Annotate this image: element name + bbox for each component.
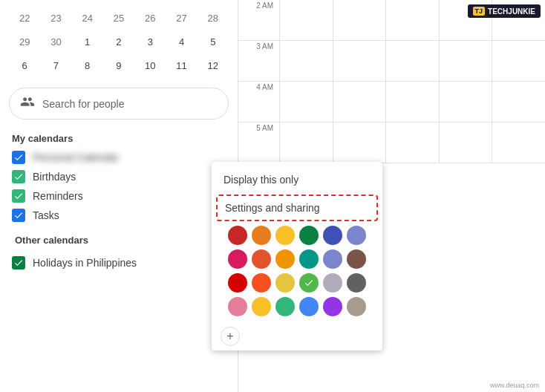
color-option[interactable]	[252, 226, 271, 245]
calendar-day[interactable]: 4	[166, 30, 197, 53]
time-cells	[279, 41, 545, 81]
color-option[interactable]	[323, 226, 342, 245]
color-option[interactable]	[228, 297, 247, 316]
time-cell[interactable]	[439, 122, 492, 163]
time-cell[interactable]	[333, 122, 386, 163]
calendar-day[interactable]: 27	[166, 6, 197, 30]
calendar-day[interactable]: 23	[40, 6, 71, 30]
bottom-watermark: www.deuaq.com	[490, 382, 539, 389]
display-only-menu-item[interactable]: Display this only	[212, 166, 382, 193]
calendar-day[interactable]: 28	[198, 6, 229, 30]
calendar-day[interactable]: 12	[198, 53, 229, 77]
add-custom-color-button[interactable]: +	[221, 327, 240, 346]
calendar-day[interactable]: 8	[72, 53, 103, 77]
my-calendar-item[interactable]: Personal Calendar	[9, 148, 229, 166]
calendar-day[interactable]: 7	[40, 53, 71, 77]
time-label: 4 AM	[238, 82, 279, 122]
color-option[interactable]	[299, 249, 319, 269]
time-cell[interactable]	[492, 41, 545, 81]
calendar-day[interactable]: 30	[40, 30, 71, 53]
time-cells	[279, 122, 545, 163]
other-calendars-title: Other calendars	[12, 235, 88, 246]
color-option[interactable]	[299, 273, 319, 293]
color-option[interactable]	[228, 249, 247, 269]
calendar-day[interactable]: 11	[166, 53, 197, 77]
color-option[interactable]	[252, 273, 271, 293]
color-option[interactable]	[275, 249, 295, 269]
time-cell[interactable]	[385, 82, 439, 122]
sidebar: 222324252627282930123456789101112 Search…	[0, 0, 238, 392]
time-cell[interactable]	[333, 0, 386, 40]
calendar-day[interactable]: 3	[134, 30, 166, 53]
time-cell[interactable]	[333, 82, 386, 122]
other-calendars-header: Other calendars	[9, 226, 229, 254]
time-cell[interactable]	[492, 122, 545, 163]
color-option[interactable]	[252, 297, 271, 316]
color-option[interactable]	[275, 226, 295, 245]
add-color-row: +	[212, 327, 382, 346]
time-cell[interactable]	[279, 41, 333, 81]
calendar-day[interactable]: 9	[103, 53, 134, 77]
color-option[interactable]	[252, 249, 271, 269]
color-option[interactable]	[323, 249, 342, 269]
color-option[interactable]	[275, 297, 295, 316]
search-bar[interactable]: Search for people	[9, 88, 229, 120]
color-option[interactable]	[299, 297, 319, 316]
calendar-day[interactable]: 25	[103, 6, 134, 30]
my-calendar-item[interactable]: Birthdays	[9, 168, 229, 186]
my-calendar-item[interactable]: Reminders	[9, 187, 229, 205]
settings-sharing-menu-item[interactable]: Settings and sharing	[216, 195, 378, 221]
time-cell[interactable]	[439, 41, 492, 81]
time-grid: 2 AM3 AM4 AM5 AM	[238, 0, 545, 163]
time-cell[interactable]	[385, 122, 439, 163]
time-cell[interactable]	[385, 0, 439, 40]
time-row: 4 AM	[238, 82, 545, 122]
mini-calendar: 222324252627282930123456789101112	[0, 0, 238, 80]
color-option[interactable]	[347, 297, 366, 316]
calendar-day[interactable]: 6	[9, 53, 40, 77]
time-row: 3 AM	[238, 41, 545, 82]
tj-logo: TJ	[473, 7, 486, 16]
calendar-day[interactable]: 1	[72, 30, 103, 53]
color-option[interactable]	[323, 297, 342, 316]
calendar-checkbox	[12, 189, 25, 203]
time-cell[interactable]	[279, 82, 333, 122]
other-calendar-item[interactable]: Holidays in Philippines	[9, 254, 229, 272]
my-calendar-item[interactable]: Tasks	[9, 206, 229, 224]
time-label: 5 AM	[238, 122, 279, 163]
calendar-day[interactable]: 22	[9, 6, 40, 30]
color-option[interactable]	[228, 273, 247, 293]
color-picker-row	[221, 226, 373, 245]
time-label: 3 AM	[238, 41, 279, 81]
context-menu: Display this only Settings and sharing +	[212, 162, 382, 350]
calendar-checkbox	[12, 209, 25, 222]
time-cell[interactable]	[385, 41, 439, 81]
color-option[interactable]	[347, 249, 366, 269]
time-cell[interactable]	[279, 122, 333, 163]
color-option[interactable]	[347, 226, 366, 245]
time-cell[interactable]	[333, 41, 386, 81]
my-calendars-title: My calendars	[9, 133, 229, 144]
calendar-day[interactable]: 5	[198, 30, 229, 53]
color-option[interactable]	[299, 226, 319, 245]
time-cell[interactable]	[279, 0, 333, 40]
time-label: 2 AM	[238, 0, 279, 40]
calendar-checkbox	[12, 151, 25, 164]
calendar-day[interactable]: 29	[9, 30, 40, 53]
techjunkie-watermark: TJ TECHJUNKIE	[468, 4, 541, 18]
color-option[interactable]	[347, 273, 366, 293]
time-cell[interactable]	[492, 82, 545, 122]
calendar-item-label: Reminders	[33, 190, 83, 202]
calendar-day[interactable]: 10	[134, 53, 166, 77]
time-cell[interactable]	[439, 82, 492, 122]
calendar-day[interactable]: 24	[72, 6, 103, 30]
search-placeholder: Search for people	[42, 98, 125, 110]
calendar-day[interactable]: 26	[134, 6, 166, 30]
time-row: 5 AM	[238, 122, 545, 163]
color-option[interactable]	[228, 226, 247, 245]
color-option[interactable]	[275, 273, 295, 293]
tj-text: TECHJUNKIE	[488, 7, 535, 16]
color-option[interactable]	[323, 273, 342, 293]
calendar-item-label: Holidays in Philippines	[33, 257, 137, 269]
calendar-day[interactable]: 2	[103, 30, 134, 53]
